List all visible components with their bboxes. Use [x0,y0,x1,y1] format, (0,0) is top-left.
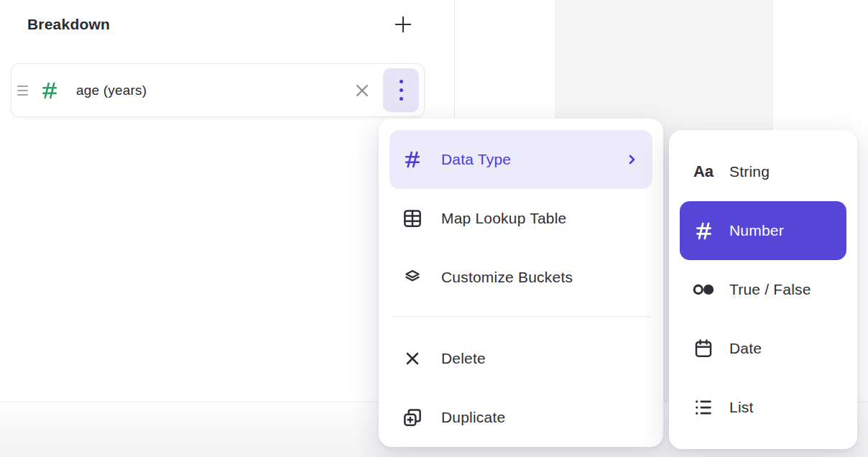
chevron-right-icon [623,151,640,168]
menu-item-label: Duplicate [441,409,505,426]
kebab-icon [400,80,403,101]
submenu-item-label: List [729,399,753,416]
hash-icon [692,220,715,241]
menu-item-customize-buckets[interactable]: Customize Buckets [389,248,652,307]
submenu-item-date[interactable]: Date [680,319,846,378]
hash-icon [402,149,423,170]
remove-field-button[interactable] [351,79,374,102]
field-name: age (years) [76,83,147,98]
menu-item-label: Data Type [441,151,511,168]
stack-icon [402,267,423,288]
submenu-item-label: String [729,163,770,180]
plus-icon [392,14,414,35]
breakdown-title: Breakdown [27,16,110,33]
add-breakdown-button[interactable] [391,12,415,37]
menu-item-delete[interactable]: Delete [389,329,652,388]
boolean-circles-icon [692,279,715,300]
submenu-item-number[interactable]: Number [680,201,846,260]
drag-handle-icon[interactable] [17,86,28,96]
menu-item-data-type[interactable]: Data Type [389,130,652,189]
data-type-submenu: Aa String Number True / False Date [669,130,857,449]
submenu-item-label: True / False [729,281,811,298]
numeric-type-hash-icon [39,80,60,101]
x-icon [402,348,423,369]
menu-divider [391,316,651,317]
more-options-button[interactable] [383,68,419,112]
breakdown-header: Breakdown [27,11,415,37]
breakdown-field-card[interactable]: age (years) [11,63,425,117]
menu-item-label: Delete [441,350,486,367]
menu-item-duplicate[interactable]: Duplicate [389,388,652,447]
menu-item-label: Map Lookup Table [441,210,566,227]
menu-item-map-lookup-table[interactable]: Map Lookup Table [389,189,652,248]
submenu-item-string[interactable]: Aa String [680,142,846,201]
duplicate-icon [402,407,423,428]
submenu-item-label: Number [729,222,784,239]
submenu-item-true-false[interactable]: True / False [680,260,846,319]
list-icon [692,397,715,418]
table-icon [402,208,423,229]
menu-item-label: Customize Buckets [441,269,573,286]
field-context-menu: Data Type Map Lookup Table Customize Buc… [379,119,663,447]
calendar-icon [692,338,715,359]
submenu-item-label: Date [729,340,762,357]
submenu-item-list[interactable]: List [680,378,846,437]
close-icon [352,80,372,101]
text-icon: Aa [692,161,715,183]
